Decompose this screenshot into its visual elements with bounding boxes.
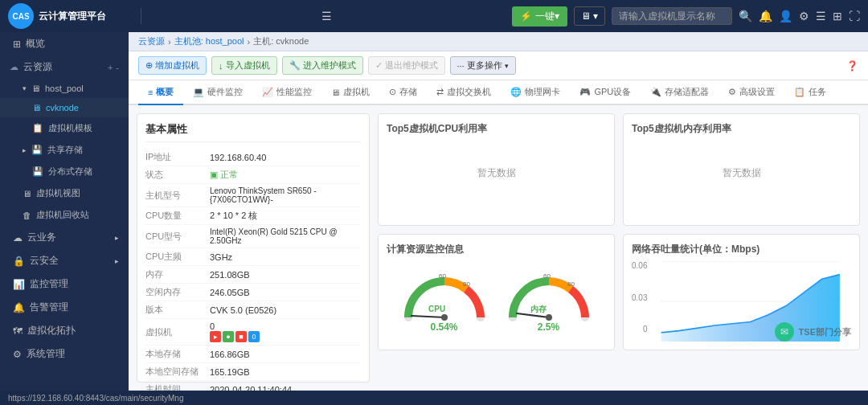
cpu-top5-no-data: 暂无数据 [387,141,606,205]
storage-icon: 💾 [31,145,43,155]
info-row-model: 主机型号 Lenovo ThinkSystem SR650 -{7X06CTO1… [145,184,361,207]
svg-line-7 [517,313,549,317]
info-row-ip: IP地址 192.168.60.40 [145,149,361,166]
tab-adapter-icon: 🔌 [650,87,661,97]
topo-icon: 🗺 [13,325,23,337]
sys-icon: ⚙ [13,349,22,360]
vm-icon-red-2: ■ [235,331,247,342]
info-row-cpu-freq: CPU主频 3GHz [145,248,361,266]
svg-text:80: 80 [567,280,575,288]
node-icon: 🖥 [32,103,41,112]
search-icon[interactable]: 🔍 [739,10,752,22]
chevron-right-cloud-biz: ▸ [115,234,119,242]
help-icon[interactable]: ❓ [846,60,858,72]
tab-vswitch[interactable]: ⇄ 虚拟交换机 [427,80,501,105]
svg-line-0 [411,316,444,317]
sidebar-item-cvknode[interactable]: 🖥 cvknode [0,98,129,117]
sidebar-item-dist-storage[interactable]: 💾 分布式存储 [0,161,129,182]
enter-maintenance-button[interactable]: 🔧 进入维护模式 [282,56,363,75]
monitor-icon: 📊 [13,279,25,290]
tab-tasks[interactable]: 📋 任务 [784,80,836,105]
topbar: CAS 云计算管理平台 ☰ ⚡ 一键▾ 🖥 ▾ 🔍 🔔 👤 ⚙ ☰ ⊞ ⛶ [0,0,868,32]
sidebar-item-host-pool[interactable]: ▾ 🖥 host_pool [0,79,129,98]
cloud-icon: ☁ [10,62,18,72]
chevron-right-cloud-security: ▸ [115,257,119,265]
alert-icon: 🔔 [13,302,25,313]
breadcrumb-cloud-res[interactable]: 云资源 [138,35,165,47]
mem-top5-panel: Top5虚拟机内存利用率 暂无数据 [623,113,860,226]
dropdown-button[interactable]: 🖥 ▾ [574,6,605,26]
tab-vm[interactable]: 🖥 虚拟机 [321,80,379,105]
tab-storage[interactable]: ⊙ 存储 [379,80,427,105]
tab-perf-monitor[interactable]: 📈 性能监控 [252,80,321,105]
info-row-vm: 虚拟机 0 ▸ ● ■ 0 [145,319,361,346]
action-bar: ⊕ 增加虚拟机 ↓ 导入虚拟机 🔧 进入维护模式 ✓ 退出维护模式 ··· 更多… [129,51,868,80]
grid-icon[interactable]: ⊞ [833,10,842,22]
minus-icon[interactable]: - [116,63,119,72]
basic-info-title: 基本属性 [145,122,361,142]
status-url: https://192.168.60.40:8443/cas/main/secu… [8,394,183,403]
sidebar-item-vm-recycle[interactable]: 🗑 虚拟机回收站 [0,204,129,226]
tab-advanced-settings[interactable]: ⚙ 高级设置 [719,80,784,105]
import-vm-button[interactable]: ↓ 导入虚拟机 [211,56,277,75]
tab-nic-icon: 🌐 [510,87,522,97]
sidebar-item-vm-view[interactable]: 🖥 虚拟机视图 [0,182,129,204]
more-ops-button[interactable]: ··· 更多操作 ▾ [450,56,516,75]
sidebar-section-cloud-res: ☁ 云资源 + - [0,55,129,79]
add-vm-button[interactable]: ⊕ 增加虚拟机 [138,56,207,75]
bottom-charts: 计算资源监控信息 [378,234,860,350]
sidebar: ⊞ 概览 ☁ 云资源 + - ▾ 🖥 host_pool 🖥 cvknode 📋… [0,32,129,391]
main-layout: ⊞ 概览 ☁ 云资源 + - ▾ 🖥 host_pool 🖥 cvknode 📋… [0,32,868,391]
search-input[interactable] [612,7,732,25]
tab-vswitch-icon: ⇄ [436,87,444,97]
tab-storage-icon: ⊙ [389,87,396,97]
watermark: ✉ TSE部门分享 [775,322,851,342]
info-row-cpu-count: CPU数量 2 * 10 * 2 核 [145,207,361,225]
list-icon[interactable]: ☰ [816,10,826,22]
tab-overview[interactable]: ≡ 概要 [138,80,183,105]
tab-physical-nic[interactable]: 🌐 物理网卡 [501,80,570,105]
sidebar-item-shared-storage[interactable]: ▸ 💾 共享存储 [0,139,129,161]
tab-gpu-icon: 🎮 [579,87,591,97]
sidebar-item-virt-topo[interactable]: 🗺 虚拟化拓扑 [0,319,129,342]
exit-maintenance-button[interactable]: ✓ 退出维护模式 [368,56,445,75]
y-axis: 0.06 0.03 0 [632,261,647,333]
sidebar-item-cloud-security[interactable]: 🔒 云安全 ▸ [0,249,129,272]
mem-gauge: 0 60 80 100 内存 2.5% [505,265,593,333]
info-row-local-space: 本地空间存储 165.19GB [145,363,361,381]
sidebar-item-vm-template[interactable]: 📋 虚拟机模板 [0,117,129,139]
gear-icon[interactable]: ⚙ [799,10,809,22]
sidebar-item-sys-mgmt[interactable]: ⚙ 系统管理 [0,342,129,366]
sidebar-item-monitor[interactable]: 📊 监控管理 [0,272,129,296]
tabs: ≡ 概要 💻 硬件监控 📈 性能监控 🖥 虚拟机 ⊙ 存储 ⇄ 虚拟交换机 [129,80,868,105]
vm-icon-red-1: ▸ [210,331,221,342]
watermark-text: TSE部门分享 [799,326,851,338]
svg-text:80: 80 [463,280,470,288]
vm-count: 0 [210,321,215,331]
status-icon: ▣ [210,170,218,180]
sidebar-item-alert[interactable]: 🔔 告警管理 [0,296,129,319]
info-table: IP地址 192.168.60.40 状态 ▣ 正常 主机型号 [145,149,361,391]
breadcrumb-current: 主机: cvknode [253,35,309,47]
breadcrumb-host-pool[interactable]: 主机池: host_pool [174,35,244,47]
user-icon[interactable]: 👤 [779,10,792,22]
quick-icon: ⚡ [520,10,532,22]
add-icon[interactable]: + [108,63,113,72]
tab-gpu[interactable]: 🎮 GPU设备 [570,80,641,105]
tab-hw-icon: 💻 [193,87,204,97]
info-row-version: 版本 CVK 5.0 (E0526) [145,301,361,319]
tab-hardware-monitor[interactable]: 💻 硬件监控 [183,80,252,105]
server-icon: 🖥 [31,84,40,93]
expand-icon[interactable]: ⛶ [849,10,860,22]
svg-text:CPU: CPU [428,305,445,313]
tab-storage-adapter[interactable]: 🔌 存储适配器 [641,80,719,105]
sidebar-item-overview[interactable]: ⊞ 概览 [0,32,129,55]
right-panels: Top5虚拟机CPU利用率 暂无数据 Top5虚拟机内存利用率 暂无数据 计算资… [378,113,860,382]
gauge-panel: 计算资源监控信息 [378,234,615,350]
quick-button[interactable]: ⚡ 一键▾ [512,6,567,27]
gauge-container: 0 60 80 100 CPU 0.54% [387,261,606,337]
bell-icon[interactable]: 🔔 [759,10,772,22]
sidebar-item-cloud-biz[interactable]: ☁ 云业务 ▸ [0,226,129,249]
svg-text:内存: 内存 [530,305,547,313]
svg-text:60: 60 [439,272,446,280]
